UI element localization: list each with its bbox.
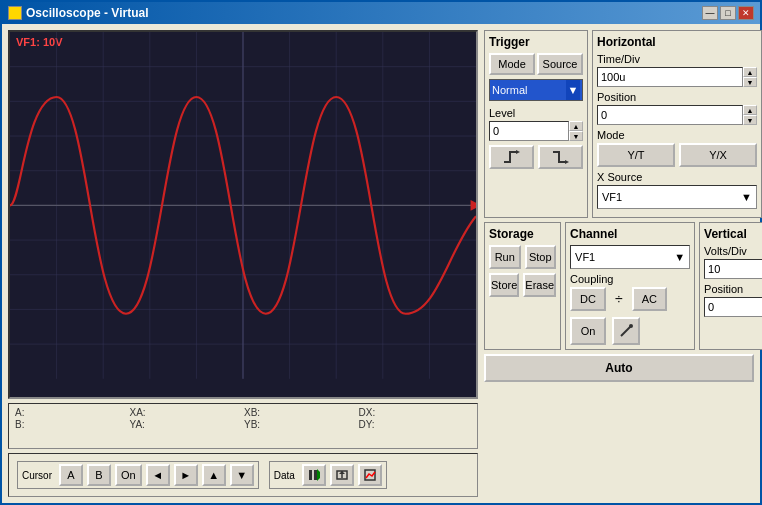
data-group-label: Data — [274, 470, 295, 481]
dc-coupling-button[interactable]: DC — [570, 287, 606, 311]
trigger-mode-dropdown[interactable]: Normal ▼ — [489, 79, 583, 101]
coupling-divider: ÷ — [609, 287, 629, 311]
stop-button[interactable]: Stop — [525, 245, 557, 269]
main-content: VF1: 10V — [2, 24, 760, 503]
cursor-up-button[interactable]: ▲ — [202, 464, 226, 486]
cursor-dy-label: DY: — [359, 419, 472, 430]
cursor-b-label: B: — [15, 419, 128, 430]
cursor-info-panel: A: B: XA: YA: XB: YB: DX: DY: — [8, 403, 478, 449]
cursor-dx-info: DX: DY: — [359, 407, 472, 445]
time-div-up[interactable]: ▲ — [743, 67, 757, 77]
data-export-button[interactable] — [330, 464, 354, 486]
cursor-on-button[interactable]: On — [115, 464, 142, 486]
v-position-spinbox: ▲ ▼ — [704, 297, 762, 317]
channel-dropdown[interactable]: VF1 ▼ — [570, 245, 690, 269]
export-icon — [336, 469, 348, 481]
h-position-spinbox-btns: ▲ ▼ — [743, 105, 757, 125]
channel-on-button[interactable]: On — [570, 317, 606, 345]
cursor-right-button[interactable]: ► — [174, 464, 198, 486]
cursor-xb-label: XB: — [244, 407, 357, 418]
ac-coupling-button[interactable]: AC — [632, 287, 667, 311]
right-panel: Trigger Mode Source Normal ▼ Level ▲ — [484, 30, 754, 497]
h-position-input[interactable] — [597, 105, 743, 125]
data-chart-button[interactable] — [358, 464, 382, 486]
yt-mode-button[interactable]: Y/T — [597, 143, 675, 167]
volts-div-label: Volts/Div — [704, 245, 762, 257]
x-source-label: X Source — [597, 171, 757, 183]
trigger-fall-button[interactable] — [538, 145, 583, 169]
chart-icon — [364, 469, 376, 481]
close-button[interactable]: ✕ — [738, 6, 754, 20]
on-probe-row: On — [570, 317, 690, 345]
x-source-arrow-icon: ▼ — [741, 191, 752, 203]
scope-display: VF1: 10V — [8, 30, 478, 399]
run-button[interactable]: Run — [489, 245, 521, 269]
h-mode-label: Mode — [597, 129, 757, 141]
svg-rect-21 — [309, 470, 312, 480]
channel-title: Channel — [570, 227, 690, 241]
h-position-up[interactable]: ▲ — [743, 105, 757, 115]
storage-section: Storage Run Stop Store Erase — [484, 222, 561, 350]
h-position-down[interactable]: ▼ — [743, 115, 757, 125]
time-div-input[interactable] — [597, 67, 743, 87]
volts-div-spinbox: ▲ ▼ — [704, 259, 762, 279]
minimize-button[interactable]: — — [702, 6, 718, 20]
yx-mode-button[interactable]: Y/X — [679, 143, 757, 167]
store-button[interactable]: Store — [489, 273, 519, 297]
play-icon — [308, 469, 320, 481]
trigger-mode-tab[interactable]: Mode — [489, 53, 535, 75]
horizontal-section: Horizontal Time/Div ▲ ▼ Position ▲ — [592, 30, 762, 218]
cursor-left-button[interactable]: ◄ — [146, 464, 170, 486]
v-position-label: Position — [704, 283, 762, 295]
trigger-source-tab[interactable]: Source — [537, 53, 583, 75]
cursor-a-info: A: B: — [15, 407, 128, 445]
cursor-ya-label: YA: — [130, 419, 243, 430]
x-source-value: VF1 — [602, 191, 622, 203]
cursor-group-label: Cursor — [22, 470, 52, 481]
h-position-label: Position — [597, 91, 757, 103]
probe-button[interactable] — [612, 317, 640, 345]
falling-edge-icon — [551, 148, 571, 166]
v-position-input[interactable] — [704, 297, 762, 317]
svg-rect-22 — [314, 470, 317, 480]
time-div-down[interactable]: ▼ — [743, 77, 757, 87]
volts-div-input[interactable] — [704, 259, 762, 279]
channel-value: VF1 — [575, 251, 595, 263]
storage-title: Storage — [489, 227, 556, 241]
channel-section: Channel VF1 ▼ Coupling DC ÷ AC On — [565, 222, 695, 350]
data-group: Data — [269, 461, 387, 489]
trigger-level-spinbox: ▲ ▼ — [489, 121, 583, 141]
cursor-dx-label: DX: — [359, 407, 472, 418]
h-position-spinbox: ▲ ▼ — [597, 105, 757, 125]
titlebar-buttons: — □ ✕ — [702, 6, 754, 20]
right-middle-row: Storage Run Stop Store Erase Channel — [484, 222, 754, 350]
trigger-level-down[interactable]: ▼ — [569, 131, 583, 141]
auto-button[interactable]: Auto — [484, 354, 754, 382]
titlebar-left: Oscilloscope - Virtual — [8, 6, 148, 20]
cursor-down-button[interactable]: ▼ — [230, 464, 254, 486]
channel-vertical-col: Channel VF1 ▼ Coupling DC ÷ AC On — [565, 222, 695, 350]
right-top-row: Trigger Mode Source Normal ▼ Level ▲ — [484, 30, 754, 218]
x-source-dropdown[interactable]: VF1 ▼ — [597, 185, 757, 209]
h-mode-buttons: Y/T Y/X — [597, 143, 757, 167]
svg-line-30 — [621, 326, 631, 336]
cursor-a-label: A: — [15, 407, 128, 418]
trigger-rise-button[interactable] — [489, 145, 534, 169]
maximize-button[interactable]: □ — [720, 6, 736, 20]
scope-grid-svg — [10, 32, 476, 379]
app-icon — [8, 6, 22, 20]
cursor-xa-label: XA: — [130, 407, 243, 418]
trigger-level-input[interactable] — [489, 121, 569, 141]
dropdown-arrow-icon: ▼ — [566, 80, 580, 100]
cursor-a-button[interactable]: A — [59, 464, 83, 486]
cursor-xa-info: XA: YA: — [130, 407, 243, 445]
cursor-b-button[interactable]: B — [87, 464, 111, 486]
cursor-yb-label: YB: — [244, 419, 357, 430]
trigger-tabs: Mode Source — [489, 53, 583, 75]
trigger-level-label: Level — [489, 107, 583, 119]
trigger-level-up[interactable]: ▲ — [569, 121, 583, 131]
probe-icon — [619, 324, 633, 338]
erase-button[interactable]: Erase — [523, 273, 556, 297]
titlebar: Oscilloscope - Virtual — □ ✕ — [2, 2, 760, 24]
data-play-button[interactable] — [302, 464, 326, 486]
